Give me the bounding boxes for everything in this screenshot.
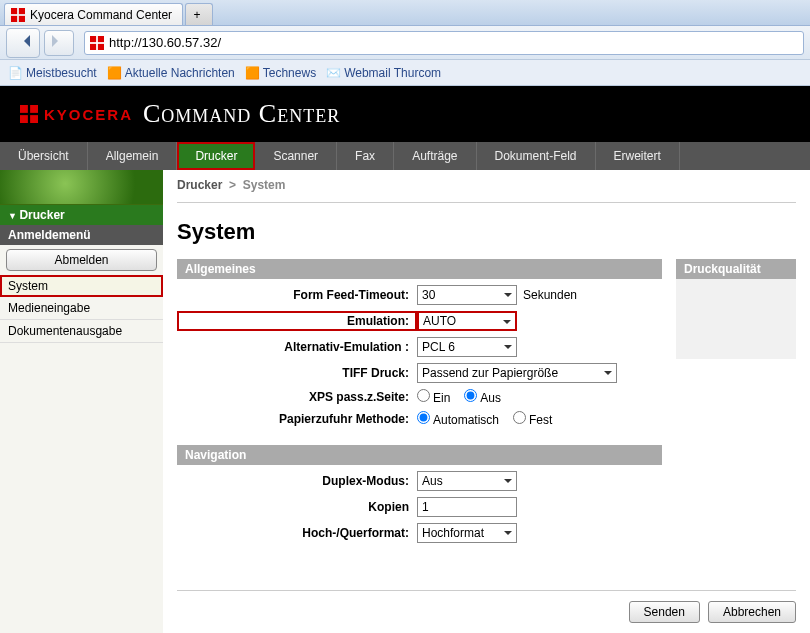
page-icon: 📄 — [8, 66, 22, 80]
xps-label: XPS pass.z.Seite: — [177, 390, 417, 404]
browser-navbar — [0, 26, 810, 60]
paper-radio-auto[interactable]: Automatisch — [417, 411, 499, 427]
forward-button[interactable] — [44, 30, 74, 56]
tab-allgemein[interactable]: Allgemein — [88, 142, 178, 170]
url-input[interactable] — [109, 35, 799, 50]
svg-rect-7 — [98, 43, 104, 49]
tab-dokument-feld[interactable]: Dokument-Feld — [477, 142, 596, 170]
svg-rect-11 — [30, 115, 38, 123]
browser-tab-title: Kyocera Command Center — [30, 8, 172, 22]
form-feed-unit: Sekunden — [523, 288, 577, 302]
duplex-label: Duplex-Modus: — [177, 474, 417, 488]
tab-scanner[interactable]: Scanner — [255, 142, 337, 170]
bookmark-technews[interactable]: 🟧Technews — [245, 66, 316, 80]
bookmark-nachrichten[interactable]: 🟧Aktuelle Nachrichten — [107, 66, 235, 80]
emulation-select[interactable]: AUTO — [417, 311, 517, 331]
kyocera-logo-text: KYOCERA — [44, 106, 133, 123]
submit-button[interactable]: Senden — [629, 601, 700, 623]
sidebar-item-system[interactable]: System — [0, 275, 163, 297]
section-navigation-header: Navigation — [177, 445, 662, 465]
side-panel-header: Druckqualität — [676, 259, 796, 279]
bookmark-meistbesucht[interactable]: 📄Meistbesucht — [8, 66, 97, 80]
main-tabs: Übersicht Allgemein Drucker Scanner Fax … — [0, 142, 810, 170]
tab-uebersicht[interactable]: Übersicht — [0, 142, 88, 170]
url-favicon — [89, 35, 105, 51]
svg-rect-9 — [30, 105, 38, 113]
new-tab-button[interactable]: + — [185, 3, 213, 25]
content-area: Drucker > System System Allgemeines Form… — [163, 170, 810, 633]
breadcrumb: Drucker > System — [177, 178, 796, 203]
orientation-select[interactable]: Hochformat — [417, 523, 517, 543]
arrow-left-icon — [18, 35, 28, 50]
logout-button[interactable]: Abmelden — [6, 249, 157, 271]
alt-emulation-select[interactable]: PCL 6 — [417, 337, 517, 357]
paper-radio-fest[interactable]: Fest — [513, 411, 552, 427]
breadcrumb-leaf: System — [243, 178, 286, 192]
alt-emulation-label: Alternativ-Emulation : — [177, 340, 417, 354]
xps-radio-aus[interactable]: Aus — [464, 389, 501, 405]
xps-radio-ein[interactable]: Ein — [417, 389, 450, 405]
svg-rect-3 — [19, 15, 25, 21]
tiff-select[interactable]: Passend zur Papiergröße — [417, 363, 617, 383]
browser-tabbar: Kyocera Command Center + — [0, 0, 810, 26]
form-actions: Senden Abbrechen — [177, 590, 796, 623]
bookmarks-bar: 📄Meistbesucht 🟧Aktuelle Nachrichten 🟧Tec… — [0, 60, 810, 86]
arrow-right-icon — [54, 35, 64, 50]
copies-label: Kopien — [177, 500, 417, 514]
svg-rect-10 — [20, 115, 28, 123]
svg-rect-1 — [19, 8, 25, 14]
tab-fax[interactable]: Fax — [337, 142, 394, 170]
bookmark-webmail[interactable]: ✉️Webmail Thurcom — [326, 66, 441, 80]
cancel-button[interactable]: Abbrechen — [708, 601, 796, 623]
sidebar-section-drucker[interactable]: Drucker — [0, 205, 163, 225]
kyocera-favicon — [11, 8, 25, 22]
main-form: Allgemeines Form Feed-Timeout: 30 Sekund… — [177, 259, 662, 549]
svg-rect-6 — [90, 43, 96, 49]
sidebar-submenu-title: Anmeldemenü — [0, 225, 163, 245]
sidebar-hero-image — [0, 170, 163, 205]
mail-icon: ✉️ — [326, 66, 340, 80]
side-panel-body[interactable] — [676, 279, 796, 359]
svg-rect-8 — [20, 105, 28, 113]
tab-drucker[interactable]: Drucker — [177, 142, 255, 170]
rss-icon: 🟧 — [245, 66, 259, 80]
kyocera-mark-icon — [20, 105, 38, 123]
breadcrumb-root[interactable]: Drucker — [177, 178, 222, 192]
paper-method-label: Papierzufuhr Methode: — [177, 412, 417, 426]
app-title: Command Center — [143, 99, 340, 129]
rss-icon: 🟧 — [107, 66, 121, 80]
tab-auftraege[interactable]: Aufträge — [394, 142, 476, 170]
form-feed-select[interactable]: 30 — [417, 285, 517, 305]
sidebar-item-dokumentenausgabe[interactable]: Dokumentenausgabe — [0, 320, 163, 343]
browser-tab-active[interactable]: Kyocera Command Center — [4, 3, 183, 25]
svg-rect-0 — [11, 8, 17, 14]
svg-rect-5 — [98, 36, 104, 42]
section-allgemeines-header: Allgemeines — [177, 259, 662, 279]
orientation-label: Hoch-/Querformat: — [177, 526, 417, 540]
back-button[interactable] — [6, 28, 40, 58]
sidebar-item-medieneingabe[interactable]: Medieneingabe — [0, 297, 163, 320]
page-header: KYOCERA Command Center — [0, 86, 810, 142]
page-title: System — [177, 219, 796, 245]
svg-rect-2 — [11, 15, 17, 21]
side-panel: Druckqualität — [676, 259, 796, 549]
sidebar: Drucker Anmeldemenü Abmelden System Medi… — [0, 170, 163, 633]
copies-input[interactable] — [417, 497, 517, 517]
tab-erweitert[interactable]: Erweitert — [596, 142, 680, 170]
svg-rect-4 — [90, 36, 96, 42]
tiff-label: TIFF Druck: — [177, 366, 417, 380]
kyocera-logo: KYOCERA — [20, 105, 133, 123]
form-feed-label: Form Feed-Timeout: — [177, 288, 417, 302]
emulation-label: Emulation: — [177, 311, 417, 331]
url-bar[interactable] — [84, 31, 804, 55]
duplex-select[interactable]: Aus — [417, 471, 517, 491]
plus-icon: + — [194, 8, 201, 22]
